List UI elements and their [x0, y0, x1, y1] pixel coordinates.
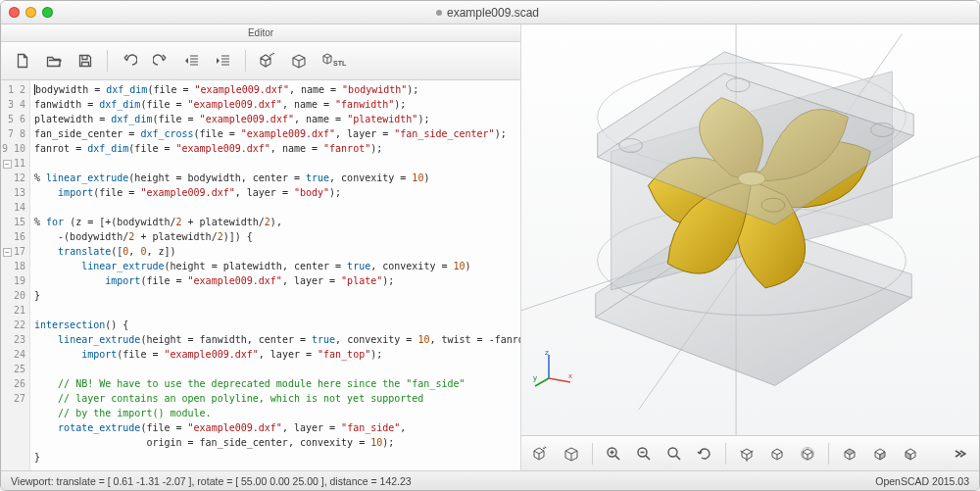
zoom-fit-button[interactable] — [661, 440, 688, 467]
redo-button[interactable] — [147, 47, 174, 74]
export-stl-button[interactable]: STL — [317, 47, 350, 74]
zoom-in-button[interactable] — [600, 440, 627, 467]
viewer-render-button[interactable] — [558, 440, 585, 467]
editor-pane-title: Editor — [1, 25, 520, 42]
minimize-window-button[interactable] — [25, 7, 36, 18]
view-top-button[interactable] — [836, 440, 863, 467]
view-front-button[interactable] — [866, 440, 894, 467]
titlebar: example009.scad — [1, 1, 979, 25]
viewer-toolbar — [521, 435, 979, 471]
viewer-pane: z y x — [521, 25, 979, 470]
svg-point-20 — [668, 448, 677, 457]
svg-text:x: x — [568, 371, 572, 380]
orthogonal-button[interactable] — [794, 440, 821, 467]
open-button[interactable] — [40, 47, 68, 74]
status-bar: Viewport: translate = [ 0.61 -1.31 -2.07… — [1, 470, 979, 490]
3d-viewport[interactable]: z y x — [521, 25, 979, 435]
editor-toolbar: STL — [1, 42, 520, 80]
viewer-preview-button[interactable] — [527, 440, 555, 467]
zoom-window-button[interactable] — [42, 7, 53, 18]
preview-button[interactable] — [254, 47, 281, 74]
zoom-out-button[interactable] — [630, 440, 658, 467]
svg-line-14 — [535, 378, 549, 386]
traffic-lights — [9, 7, 53, 18]
show-axes-button[interactable] — [733, 440, 760, 467]
svg-text:STL: STL — [333, 60, 347, 67]
line-number-gutter: 1 2 3 4 5 6 7 8 9 10 −11 12 13 14 15 16 … — [1, 80, 30, 470]
close-window-button[interactable] — [9, 7, 20, 18]
code-area[interactable]: bodywidth = dxf_dim(file = "example009.d… — [30, 80, 520, 470]
svg-line-16 — [549, 378, 570, 382]
document-modified-icon — [436, 10, 442, 16]
new-button[interactable] — [9, 47, 36, 74]
perspective-button[interactable] — [763, 440, 791, 467]
reset-view-button[interactable] — [691, 440, 718, 467]
render-button[interactable] — [285, 47, 313, 74]
code-editor[interactable]: 1 2 3 4 5 6 7 8 9 10 −11 12 13 14 15 16 … — [1, 80, 520, 470]
save-button[interactable] — [72, 47, 99, 74]
undo-button[interactable] — [116, 47, 143, 74]
toolbar-overflow-button[interactable] — [946, 440, 973, 467]
viewport-status-text: Viewport: translate = [ 0.61 -1.31 -2.07… — [11, 475, 412, 487]
axis-gizmo: z y x — [533, 349, 574, 390]
view-side-button[interactable] — [897, 440, 924, 467]
indent-button[interactable] — [210, 47, 237, 74]
editor-pane: Editor STL 1 2 3 4 5 6 7 8 9 10 −11 12 1… — [1, 25, 521, 470]
app-window: example009.scad Editor STL 1 — [0, 0, 980, 491]
svg-text:z: z — [545, 349, 549, 357]
window-title: example009.scad — [53, 6, 922, 20]
render-canvas[interactable] — [521, 25, 979, 435]
app-version-text: OpenSCAD 2015.03 — [875, 475, 969, 487]
svg-text:y: y — [533, 373, 537, 382]
unindent-button[interactable] — [178, 47, 206, 74]
